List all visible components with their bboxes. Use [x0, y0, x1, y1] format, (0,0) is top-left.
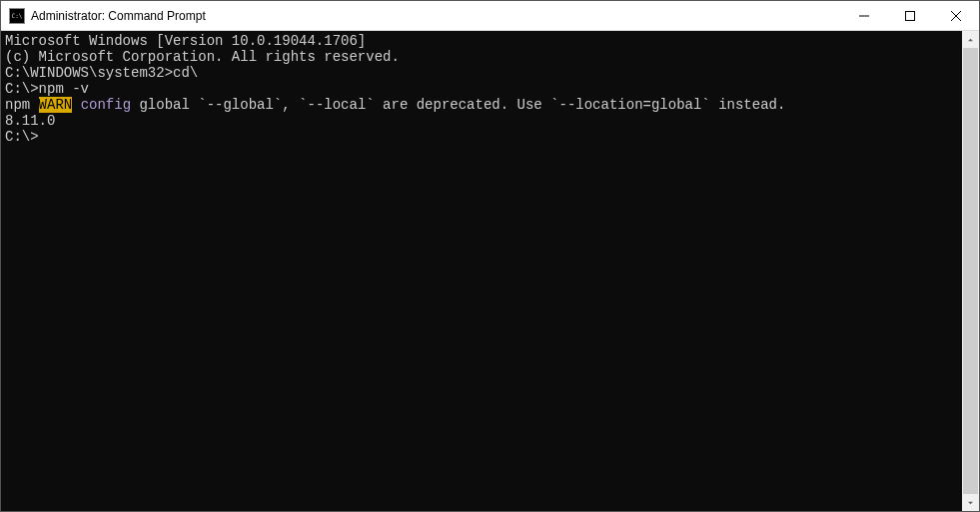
vertical-scrollbar[interactable]: [962, 31, 979, 511]
config-word: config: [81, 97, 131, 113]
minimize-button[interactable]: [841, 1, 887, 30]
scrollbar-track[interactable]: [962, 48, 979, 494]
svg-marker-5: [968, 501, 973, 504]
npm-prefix: npm: [5, 97, 39, 113]
cmd-icon: [9, 8, 25, 24]
space: [72, 97, 80, 113]
close-icon: [951, 11, 961, 21]
prompt-text: C:\>: [5, 81, 39, 97]
prompt-text: C:\>: [5, 129, 39, 145]
terminal-output[interactable]: Microsoft Windows [Version 10.0.19044.17…: [1, 31, 962, 511]
scrollbar-thumb[interactable]: [963, 48, 978, 494]
version-output: 8.11.0: [5, 113, 958, 129]
warn-badge: WARN: [39, 97, 73, 113]
maximize-button[interactable]: [887, 1, 933, 30]
cursor: [39, 131, 47, 145]
client-area: Microsoft Windows [Version 10.0.19044.17…: [1, 31, 979, 511]
svg-rect-1: [906, 11, 915, 20]
titlebar[interactable]: Administrator: Command Prompt: [1, 1, 979, 31]
window-controls: [841, 1, 979, 30]
npm-warn-line: npm WARN config global `--global`, `--lo…: [5, 97, 958, 113]
scroll-down-button[interactable]: [962, 494, 979, 511]
command-text: cd\: [173, 65, 198, 81]
output-line: Microsoft Windows [Version 10.0.19044.17…: [5, 33, 958, 49]
svg-marker-4: [968, 38, 973, 41]
command-prompt-window: Administrator: Command Prompt Microsoft …: [0, 0, 980, 512]
prompt-text: C:\WINDOWS\system32>: [5, 65, 173, 81]
output-line: (c) Microsoft Corporation. All rights re…: [5, 49, 958, 65]
scroll-up-button[interactable]: [962, 31, 979, 48]
maximize-icon: [905, 11, 915, 21]
prompt-line: C:\WINDOWS\system32>cd\: [5, 65, 958, 81]
prompt-line: C:\>npm -v: [5, 81, 958, 97]
warn-message: global `--global`, `--local` are depreca…: [131, 97, 785, 113]
window-title: Administrator: Command Prompt: [31, 9, 841, 23]
minimize-icon: [859, 11, 869, 21]
close-button[interactable]: [933, 1, 979, 30]
current-prompt-line: C:\>: [5, 129, 958, 145]
chevron-down-icon: [968, 501, 973, 505]
command-text: npm -v: [39, 81, 89, 97]
chevron-up-icon: [968, 38, 973, 42]
